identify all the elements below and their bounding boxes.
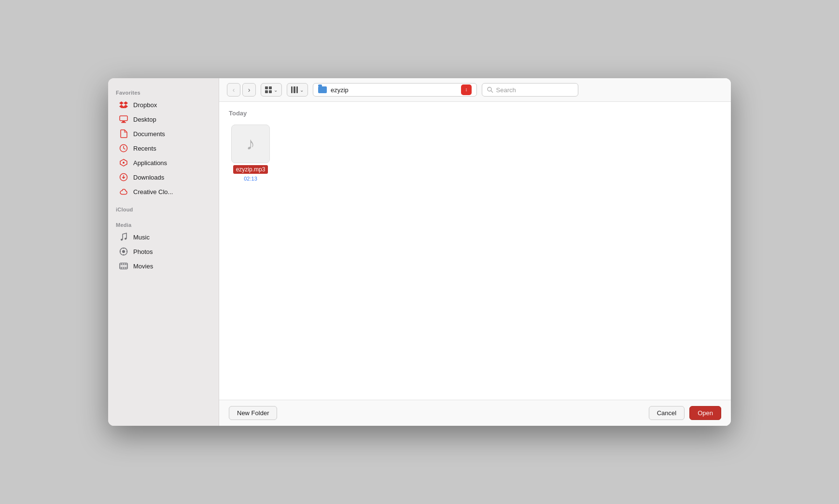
- sidebar-item-recents[interactable]: Recents: [111, 141, 216, 155]
- movies-label: Movies: [133, 263, 153, 270]
- svg-rect-9: [123, 254, 124, 256]
- music-icon: [119, 232, 128, 242]
- creative-cloud-label: Creative Clo...: [133, 188, 173, 196]
- toolbar: ‹ › ⌄ ⌄: [219, 78, 731, 102]
- files-grid: ♪ ezyzip.mp3 02:13: [229, 123, 721, 183]
- footer-right: Cancel Open: [649, 406, 721, 420]
- applications-icon: [119, 158, 128, 168]
- svg-rect-16: [124, 263, 124, 265]
- sidebar-item-downloads[interactable]: Downloads: [111, 170, 216, 184]
- main-panel: ‹ › ⌄ ⌄: [219, 78, 731, 426]
- svg-rect-15: [121, 263, 122, 265]
- sidebar-item-movies[interactable]: Movies: [111, 259, 216, 273]
- svg-rect-11: [126, 251, 128, 252]
- new-folder-button[interactable]: New Folder: [229, 406, 277, 420]
- svg-rect-1: [122, 121, 125, 122]
- sidebar-item-photos[interactable]: Photos: [111, 244, 216, 259]
- desktop-icon: [119, 114, 128, 124]
- file-duration: 02:13: [244, 176, 257, 182]
- forward-button[interactable]: ›: [242, 83, 256, 97]
- sidebar-item-dropbox[interactable]: Dropbox: [111, 98, 216, 112]
- icon-grid-icon: [265, 86, 272, 93]
- location-chevron[interactable]: ↕: [461, 84, 472, 95]
- favorites-section-label: Favorites: [108, 86, 219, 98]
- svg-rect-19: [124, 267, 124, 269]
- svg-point-7: [122, 250, 125, 253]
- footer: New Folder Cancel Open: [219, 400, 731, 426]
- svg-rect-8: [123, 248, 124, 249]
- svg-rect-13: [120, 265, 127, 265]
- column-view-button[interactable]: ⌄: [287, 83, 308, 97]
- sidebar-item-creative-cloud[interactable]: Creative Clo...: [111, 184, 216, 199]
- dropbox-label: Dropbox: [133, 101, 157, 109]
- svg-rect-0: [120, 116, 127, 121]
- file-item[interactable]: ♪ ezyzip.mp3 02:13: [229, 123, 272, 183]
- icon-view-button[interactable]: ⌄: [261, 83, 282, 97]
- location-name: ezyzip: [331, 86, 457, 94]
- creative-cloud-icon: [119, 187, 128, 196]
- svg-rect-10: [120, 251, 121, 252]
- dropbox-icon: [119, 100, 128, 110]
- movies-icon: [119, 261, 128, 271]
- icloud-section-label: iCloud: [108, 203, 219, 214]
- chevron-icon: ↕: [465, 87, 468, 92]
- svg-rect-20: [126, 267, 126, 269]
- svg-rect-17: [126, 263, 126, 265]
- recents-label: Recents: [133, 145, 156, 152]
- folder-icon: [318, 86, 327, 93]
- cancel-button[interactable]: Cancel: [649, 406, 685, 420]
- search-input[interactable]: [496, 86, 573, 94]
- back-button[interactable]: ‹: [227, 83, 240, 97]
- nav-buttons: ‹ ›: [227, 83, 256, 97]
- sidebar-item-applications[interactable]: Applications: [111, 155, 216, 170]
- documents-icon: [119, 129, 128, 139]
- downloads-icon: [119, 172, 128, 182]
- music-label: Music: [133, 234, 150, 241]
- open-button[interactable]: Open: [689, 406, 721, 420]
- search-bar[interactable]: [482, 83, 578, 97]
- recents-icon: [119, 143, 128, 153]
- sidebar-item-music[interactable]: Music: [111, 230, 216, 244]
- file-content: Today ♪ ezyzip.mp3 02:13: [219, 102, 731, 400]
- applications-label: Applications: [133, 159, 167, 167]
- file-thumbnail: ♪: [231, 125, 270, 163]
- location-bar[interactable]: ezyzip ↕: [313, 83, 477, 97]
- photos-icon: [119, 247, 128, 256]
- sidebar: Favorites Dropbox: [108, 78, 219, 426]
- file-name: ezyzip.mp3: [233, 165, 268, 174]
- photos-label: Photos: [133, 248, 153, 255]
- documents-label: Documents: [133, 130, 165, 138]
- svg-rect-18: [121, 267, 122, 269]
- svg-point-4: [123, 162, 125, 164]
- desktop-label: Desktop: [133, 116, 156, 123]
- columns-icon: [291, 86, 298, 93]
- media-section-label: Media: [108, 218, 219, 230]
- music-note-icon: ♪: [246, 134, 255, 154]
- downloads-label: Downloads: [133, 174, 164, 181]
- sidebar-item-desktop[interactable]: Desktop: [111, 112, 216, 126]
- search-icon: [487, 86, 493, 93]
- svg-rect-2: [121, 122, 126, 123]
- sidebar-item-documents[interactable]: Documents: [111, 126, 216, 141]
- section-date: Today: [229, 110, 721, 117]
